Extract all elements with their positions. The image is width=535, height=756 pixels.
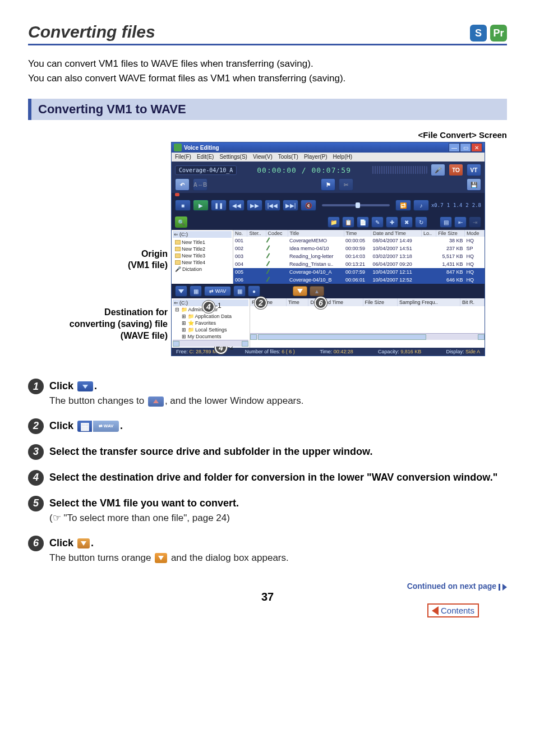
mic-button[interactable]: 🎤 xyxy=(431,164,445,176)
back-triangle-icon xyxy=(432,606,439,615)
menu-edit[interactable]: Edit(E) xyxy=(197,154,214,160)
step-2: 2Click ▦⇄ WAV. xyxy=(28,418,507,434)
intro-line-2: You can also convert WAVE format files a… xyxy=(28,71,507,86)
play-button[interactable]: ▶ xyxy=(193,200,209,211)
pause-button[interactable]: ❚❚ xyxy=(211,200,227,211)
ab-button[interactable]: A↔B xyxy=(193,178,207,191)
tool-new[interactable]: ✚ xyxy=(386,216,398,228)
menu-file[interactable]: File(F) xyxy=(175,154,191,160)
table-row[interactable]: 001CoverageMEMO00:00:0508/04/2007 14:493… xyxy=(233,237,485,245)
tree-item: New Title1 xyxy=(175,239,232,246)
step-body: Click ▦⇄ WAV. xyxy=(49,418,507,433)
page-title: Converting files xyxy=(28,22,155,42)
contents-button[interactable]: Contents xyxy=(427,603,479,617)
tool-export[interactable]: ⇥ xyxy=(469,216,481,228)
table-row[interactable]: 003Reading_long-letter00:14:0303/02/2007… xyxy=(233,252,485,260)
step-body: Click .The button changes to , and the l… xyxy=(49,379,507,408)
step-body: Click .The button turns orange and the d… xyxy=(49,536,507,565)
step-3: 3Select the transfer source drive and su… xyxy=(28,444,507,460)
skip-fwd-button[interactable]: ▶▶| xyxy=(283,200,298,211)
callout-4a: 4 xyxy=(202,301,215,313)
badge-s-icon: S xyxy=(470,25,487,42)
stop-button[interactable]: ■ xyxy=(175,200,191,211)
record-button[interactable]: TO xyxy=(449,164,463,176)
label-destination: Destination for converting (saving) file… xyxy=(70,307,168,342)
repeat-button[interactable]: 🔁 xyxy=(395,200,411,211)
section-title: Converting VM1 to WAVE xyxy=(28,99,507,120)
rewind-button[interactable]: ◀◀ xyxy=(229,200,245,211)
menu-player[interactable]: Player(P) xyxy=(304,154,328,160)
tool-view[interactable]: ▤ xyxy=(440,216,452,228)
page-number: 37 xyxy=(28,591,507,603)
search-button[interactable]: 🔍 xyxy=(175,216,187,228)
close-button[interactable]: ✕ xyxy=(471,143,482,152)
wav-combo-icon: ▦⇄ WAV xyxy=(77,421,119,432)
footer: Continued on next page 37 Contents xyxy=(28,582,507,607)
maximize-button[interactable]: ▭ xyxy=(460,143,471,152)
wav-tool-2[interactable]: ▦ xyxy=(190,285,202,297)
menu-bar[interactable]: File(F) Edit(E) Settings(S) View(V) Tool… xyxy=(172,153,485,162)
list-header-row: No. Ster.. Codec Title Time Date and Tim… xyxy=(233,230,485,237)
lower-file-list[interactable]: Filename Time Date and Time File Size Sa… xyxy=(250,298,485,348)
wav-mode-button[interactable]: ⇄WAV xyxy=(204,286,231,296)
undo-button[interactable]: ↶ xyxy=(175,178,190,191)
volume-slider[interactable] xyxy=(322,204,390,206)
tree-item: New Title4 xyxy=(175,259,232,266)
step-5: 5Select the VM1 file you want to convert… xyxy=(28,496,507,525)
tree-item: New Title3 xyxy=(175,252,232,259)
cut-button[interactable]: ✂ xyxy=(339,178,353,191)
lower-tree-scroll[interactable] xyxy=(173,340,248,347)
vt-button[interactable]: VT xyxy=(467,164,481,176)
table-row[interactable]: 005Coverage-04/10_A00:07:5910/04/2007 12… xyxy=(233,268,485,276)
minimize-button[interactable]: — xyxy=(449,143,460,152)
wav-tool-4[interactable]: ▦ xyxy=(233,285,246,297)
step-body: Select the VM1 file you want to convert.… xyxy=(49,496,507,525)
menu-view[interactable]: View(V) xyxy=(253,154,273,160)
step-number: 3 xyxy=(28,444,44,460)
intro-text: You can convert VM1 files to WAVE files … xyxy=(28,57,507,85)
tool-copy[interactable]: 📋 xyxy=(342,216,354,228)
convert-arrow-orange-icon xyxy=(155,553,167,563)
menu-tools[interactable]: Tools(T) xyxy=(278,154,298,160)
upper-file-list[interactable]: No. Ster.. Codec Title Time Date and Tim… xyxy=(233,230,485,284)
flag-button[interactable]: ⚑ xyxy=(321,178,335,191)
skip-back-button[interactable]: |◀◀ xyxy=(265,200,280,211)
player-controls: ■ ▶ ❚❚ ◀◀ ▶▶ |◀◀ ▶▶| 🔇 🔁 ♪ x0.711.422.8 xyxy=(172,196,485,214)
step-body: Select the transfer source drive and sub… xyxy=(49,444,507,459)
list-header-row: Filename Time Date and Time File Size Sa… xyxy=(250,298,485,306)
tool-delete[interactable]: ✖ xyxy=(400,216,413,228)
window-titlebar[interactable]: Voice Editing — ▭ ✕ xyxy=(172,142,485,153)
speaker-button[interactable]: 🔇 xyxy=(301,200,316,211)
pointing-hand-icon: ☞ xyxy=(53,511,61,525)
upper-tree[interactable]: ⇐ (C:) New Title1 New Title2 New Title3 … xyxy=(172,230,233,284)
toggle-down-icon xyxy=(77,381,93,391)
time-display: 00:00:00 / 00:07:59 xyxy=(240,166,368,174)
screenshot-caption: <File Convert> Screen xyxy=(28,130,507,140)
level-meter xyxy=(371,166,427,174)
callout-4a-sub: -1 xyxy=(215,302,222,310)
sound-button[interactable]: ♪ xyxy=(413,200,429,211)
toggle-lower-button[interactable] xyxy=(175,285,187,297)
table-row[interactable]: 006Coverage-04/10_B00:06:0110/04/2007 12… xyxy=(233,276,485,284)
table-row[interactable]: 002Idea memo-04/1000:00:5910/04/2007 14:… xyxy=(233,245,485,252)
disk-button[interactable]: 💾 xyxy=(467,178,481,191)
step-number: 5 xyxy=(28,496,44,511)
step-1: 1Click .The button changes to , and the … xyxy=(28,379,507,408)
wav-tool-5[interactable]: ● xyxy=(248,285,260,297)
convert-down-button[interactable] xyxy=(293,286,307,296)
convert-up-button[interactable]: ▲ xyxy=(310,286,324,296)
tool-rename[interactable]: ✎ xyxy=(371,216,384,228)
tool-import[interactable]: ⇤ xyxy=(454,216,467,228)
menu-settings[interactable]: Settings(S) xyxy=(219,154,247,160)
speed-scale: x0.711.422.8 xyxy=(431,202,481,208)
toolbar-row: 🔍 📁 📋 📄 ✎ ✚ ✖ ↻ ▤ ⇤ ⇥ xyxy=(172,214,485,230)
lower-list-scroll[interactable] xyxy=(250,333,485,340)
menu-help[interactable]: Help(H) xyxy=(333,154,352,160)
tool-refresh[interactable]: ↻ xyxy=(415,216,427,228)
file-strip: Coverage-04/10_A 00:00:00 / 00:07:59 🎤 T… xyxy=(172,162,485,178)
forward-button[interactable]: ▶▶ xyxy=(247,200,262,211)
tool-paste[interactable]: 📄 xyxy=(357,216,369,228)
tool-newfolder[interactable]: 📁 xyxy=(328,216,340,228)
screenshot-area: Origin (VM1 file) Destination for conver… xyxy=(28,142,507,356)
table-row[interactable]: 004Reading_Tristan u..00:13:2106/04/2007… xyxy=(233,260,485,268)
